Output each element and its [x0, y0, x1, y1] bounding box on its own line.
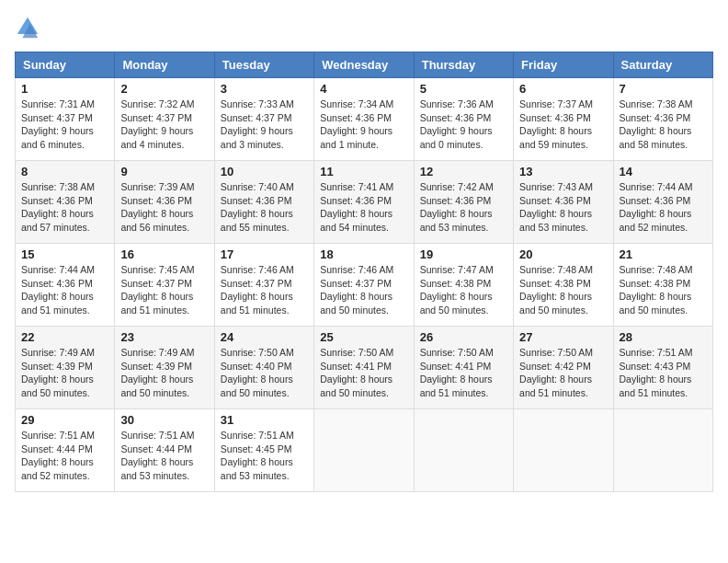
day-info: Sunrise: 7:38 AMSunset: 4:36 PMDaylight:…	[21, 181, 95, 233]
calendar-week-row: 1 Sunrise: 7:31 AMSunset: 4:37 PMDayligh…	[16, 78, 713, 161]
header-thursday: Thursday	[414, 52, 513, 78]
day-number: 17	[221, 247, 308, 261]
day-number: 15	[21, 247, 108, 261]
day-info: Sunrise: 7:31 AMSunset: 4:37 PMDaylight:…	[21, 98, 95, 150]
day-number: 13	[519, 165, 607, 178]
day-number: 20	[519, 247, 607, 261]
calendar-cell: 6 Sunrise: 7:37 AMSunset: 4:36 PMDayligh…	[514, 78, 613, 161]
calendar-week-row: 22 Sunrise: 7:49 AMSunset: 4:39 PMDaylig…	[16, 327, 713, 409]
calendar-cell: 19 Sunrise: 7:47 AMSunset: 4:38 PMDaylig…	[414, 244, 513, 327]
day-info: Sunrise: 7:50 AMSunset: 4:41 PMDaylight:…	[420, 347, 494, 398]
header-monday: Monday	[115, 52, 214, 78]
day-number: 1	[21, 82, 108, 96]
calendar-cell	[314, 409, 414, 492]
calendar-cell: 16 Sunrise: 7:45 AMSunset: 4:37 PMDaylig…	[115, 244, 214, 327]
calendar-cell: 1 Sunrise: 7:31 AMSunset: 4:37 PMDayligh…	[16, 78, 115, 161]
calendar-cell: 17 Sunrise: 7:46 AMSunset: 4:37 PMDaylig…	[214, 244, 313, 327]
day-info: Sunrise: 7:51 AMSunset: 4:44 PMDaylight:…	[120, 430, 194, 481]
day-info: Sunrise: 7:49 AMSunset: 4:39 PMDaylight:…	[120, 347, 194, 398]
day-number: 26	[420, 330, 507, 344]
day-info: Sunrise: 7:46 AMSunset: 4:37 PMDaylight:…	[320, 264, 393, 316]
day-info: Sunrise: 7:44 AMSunset: 4:36 PMDaylight:…	[21, 264, 95, 316]
day-number: 28	[620, 330, 707, 344]
calendar-cell: 14 Sunrise: 7:44 AMSunset: 4:36 PMDaylig…	[613, 161, 712, 244]
day-info: Sunrise: 7:51 AMSunset: 4:45 PMDaylight:…	[221, 430, 294, 481]
day-info: Sunrise: 7:32 AMSunset: 4:37 PMDaylight:…	[120, 98, 194, 150]
calendar-cell: 27 Sunrise: 7:50 AMSunset: 4:42 PMDaylig…	[514, 327, 613, 409]
calendar-cell: 7 Sunrise: 7:38 AMSunset: 4:36 PMDayligh…	[613, 78, 712, 161]
day-info: Sunrise: 7:38 AMSunset: 4:36 PMDaylight:…	[620, 98, 693, 150]
day-info: Sunrise: 7:48 AMSunset: 4:38 PMDaylight:…	[519, 264, 593, 316]
day-info: Sunrise: 7:51 AMSunset: 4:44 PMDaylight:…	[21, 430, 95, 481]
day-number: 19	[420, 247, 507, 261]
logo	[15, 15, 44, 40]
day-info: Sunrise: 7:40 AMSunset: 4:36 PMDaylight:…	[221, 181, 294, 233]
day-info: Sunrise: 7:42 AMSunset: 4:36 PMDaylight:…	[420, 181, 494, 233]
calendar-cell: 12 Sunrise: 7:42 AMSunset: 4:36 PMDaylig…	[414, 161, 513, 244]
day-info: Sunrise: 7:50 AMSunset: 4:41 PMDaylight:…	[320, 347, 393, 398]
day-info: Sunrise: 7:48 AMSunset: 4:38 PMDaylight:…	[620, 264, 693, 316]
calendar-header-row: SundayMondayTuesdayWednesdayThursdayFrid…	[16, 52, 713, 78]
calendar-cell: 29 Sunrise: 7:51 AMSunset: 4:44 PMDaylig…	[16, 409, 115, 492]
day-info: Sunrise: 7:50 AMSunset: 4:40 PMDaylight:…	[221, 347, 294, 398]
calendar-cell: 5 Sunrise: 7:36 AMSunset: 4:36 PMDayligh…	[414, 78, 513, 161]
day-number: 14	[620, 165, 707, 178]
calendar-cell	[613, 409, 712, 492]
day-info: Sunrise: 7:44 AMSunset: 4:36 PMDaylight:…	[620, 181, 693, 233]
day-number: 6	[519, 82, 607, 96]
calendar-week-row: 8 Sunrise: 7:38 AMSunset: 4:36 PMDayligh…	[16, 161, 713, 244]
calendar-cell: 8 Sunrise: 7:38 AMSunset: 4:36 PMDayligh…	[16, 161, 115, 244]
calendar-cell: 13 Sunrise: 7:43 AMSunset: 4:36 PMDaylig…	[514, 161, 613, 244]
calendar-cell: 9 Sunrise: 7:39 AMSunset: 4:36 PMDayligh…	[115, 161, 214, 244]
header-saturday: Saturday	[613, 52, 712, 78]
calendar-cell: 22 Sunrise: 7:49 AMSunset: 4:39 PMDaylig…	[16, 327, 115, 409]
day-number: 7	[620, 82, 707, 96]
calendar-cell: 24 Sunrise: 7:50 AMSunset: 4:40 PMDaylig…	[214, 327, 313, 409]
day-number: 5	[420, 82, 507, 96]
calendar-cell: 2 Sunrise: 7:32 AMSunset: 4:37 PMDayligh…	[115, 78, 214, 161]
calendar-cell: 10 Sunrise: 7:40 AMSunset: 4:36 PMDaylig…	[214, 161, 313, 244]
calendar-cell	[414, 409, 513, 492]
day-number: 29	[21, 413, 108, 427]
calendar-cell: 11 Sunrise: 7:41 AMSunset: 4:36 PMDaylig…	[314, 161, 414, 244]
day-number: 27	[519, 330, 607, 344]
day-info: Sunrise: 7:39 AMSunset: 4:36 PMDaylight:…	[120, 181, 194, 233]
day-info: Sunrise: 7:50 AMSunset: 4:42 PMDaylight:…	[519, 347, 593, 398]
calendar-cell: 18 Sunrise: 7:46 AMSunset: 4:37 PMDaylig…	[314, 244, 414, 327]
calendar-cell: 30 Sunrise: 7:51 AMSunset: 4:44 PMDaylig…	[115, 409, 214, 492]
page-header	[15, 15, 713, 40]
day-number: 30	[120, 413, 208, 427]
calendar-cell: 3 Sunrise: 7:33 AMSunset: 4:37 PMDayligh…	[214, 78, 313, 161]
calendar-cell: 21 Sunrise: 7:48 AMSunset: 4:38 PMDaylig…	[613, 244, 712, 327]
calendar-cell: 28 Sunrise: 7:51 AMSunset: 4:43 PMDaylig…	[613, 327, 712, 409]
day-info: Sunrise: 7:47 AMSunset: 4:38 PMDaylight:…	[420, 264, 494, 316]
header-wednesday: Wednesday	[314, 52, 414, 78]
calendar-cell: 23 Sunrise: 7:49 AMSunset: 4:39 PMDaylig…	[115, 327, 214, 409]
day-number: 25	[320, 330, 407, 344]
day-number: 16	[120, 247, 208, 261]
calendar-cell: 20 Sunrise: 7:48 AMSunset: 4:38 PMDaylig…	[514, 244, 613, 327]
day-number: 18	[320, 247, 407, 261]
header-friday: Friday	[514, 52, 613, 78]
calendar-cell: 31 Sunrise: 7:51 AMSunset: 4:45 PMDaylig…	[214, 409, 313, 492]
day-info: Sunrise: 7:51 AMSunset: 4:43 PMDaylight:…	[620, 347, 693, 398]
day-info: Sunrise: 7:37 AMSunset: 4:36 PMDaylight:…	[519, 98, 593, 150]
day-number: 22	[21, 330, 108, 344]
day-number: 11	[320, 165, 407, 178]
header-sunday: Sunday	[16, 52, 115, 78]
day-info: Sunrise: 7:49 AMSunset: 4:39 PMDaylight:…	[21, 347, 95, 398]
header-tuesday: Tuesday	[214, 52, 313, 78]
calendar-week-row: 29 Sunrise: 7:51 AMSunset: 4:44 PMDaylig…	[16, 409, 713, 492]
day-number: 8	[21, 165, 108, 178]
day-info: Sunrise: 7:36 AMSunset: 4:36 PMDaylight:…	[420, 98, 494, 150]
day-number: 12	[420, 165, 507, 178]
day-number: 24	[221, 330, 308, 344]
calendar-cell: 15 Sunrise: 7:44 AMSunset: 4:36 PMDaylig…	[16, 244, 115, 327]
day-info: Sunrise: 7:46 AMSunset: 4:37 PMDaylight:…	[221, 264, 294, 316]
day-number: 4	[320, 82, 407, 96]
day-info: Sunrise: 7:45 AMSunset: 4:37 PMDaylight:…	[120, 264, 194, 316]
day-number: 31	[221, 413, 308, 427]
day-info: Sunrise: 7:34 AMSunset: 4:36 PMDaylight:…	[320, 98, 393, 150]
calendar-cell	[514, 409, 613, 492]
day-info: Sunrise: 7:43 AMSunset: 4:36 PMDaylight:…	[519, 181, 593, 233]
